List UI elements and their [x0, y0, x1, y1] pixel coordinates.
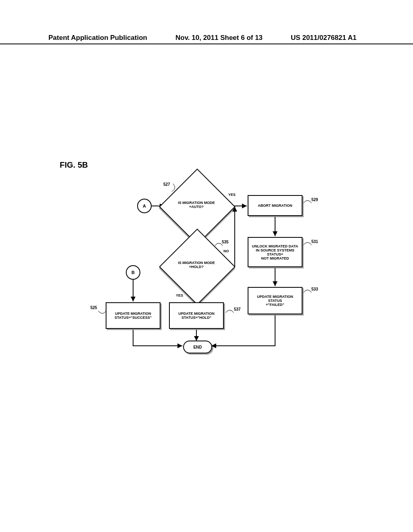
process-hold: UPDATE MIGRATION STATUS="HOLD"	[169, 302, 224, 329]
label-yes-527: YES	[228, 193, 236, 197]
ref-531-hook	[303, 241, 312, 249]
flowchart-diagram: A IS MIGRATION MODE =AUTO? 527 YES NO AB…	[85, 177, 335, 367]
ref-531: 531	[311, 239, 318, 244]
process-unlock: UNLOCK MIGRATED DATA IN SOURCE SYSTEMS S…	[248, 237, 302, 267]
header-right: US 2011/0276821 A1	[291, 34, 357, 42]
ref-525-hook	[98, 307, 106, 315]
ref-537: 537	[234, 307, 241, 312]
header-left: Patent Application Publication	[48, 34, 147, 42]
process-abort-text: ABORT MIGRATION	[258, 204, 292, 208]
ref-525: 525	[90, 305, 97, 310]
terminator-end: END	[183, 341, 212, 353]
process-failed-text: UPDATE MIGRATION STATUS ="FAILED"	[257, 295, 293, 307]
ref-529-hook	[303, 199, 312, 207]
process-success: UPDATE MIGRATION STATUS="SUCCESS"	[106, 302, 161, 329]
page-header: Patent Application Publication Nov. 10, …	[0, 34, 413, 44]
connector-a-label: A	[143, 204, 146, 208]
ref-533-hook	[303, 288, 312, 297]
connector-a: A	[137, 199, 152, 213]
header-center: Nov. 10, 2011 Sheet 6 of 13	[175, 34, 263, 42]
terminator-end-text: END	[193, 345, 202, 349]
figure-label: FIG. 5B	[60, 160, 88, 170]
process-unlock-text: UNLOCK MIGRATED DATA IN SOURCE SYSTEMS S…	[252, 244, 298, 260]
ref-535: 535	[222, 240, 229, 244]
label-no-535: NO	[223, 249, 229, 253]
ref-533: 533	[311, 287, 318, 291]
process-hold-text: UPDATE MIGRATION STATUS="HOLD"	[178, 312, 215, 320]
connector-b: B	[126, 265, 140, 280]
connector-b-label: B	[131, 270, 135, 275]
process-success-text: UPDATE MIGRATION STATUS="SUCCESS"	[115, 312, 152, 320]
process-failed: UPDATE MIGRATION STATUS ="FAILED"	[248, 287, 302, 314]
ref-537-hook	[225, 308, 234, 317]
label-yes-535: YES	[176, 293, 183, 297]
process-abort: ABORT MIGRATION	[248, 195, 302, 216]
ref-529: 529	[311, 197, 318, 202]
